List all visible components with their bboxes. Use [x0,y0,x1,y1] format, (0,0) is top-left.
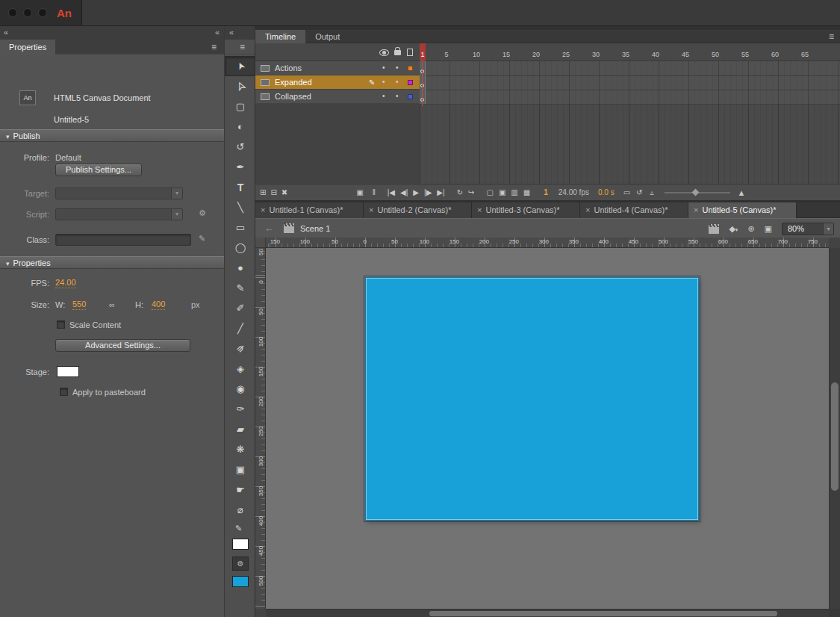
close-tab-icon[interactable]: × [261,205,265,214]
minimize-window-button[interactable] [23,8,32,17]
height-value[interactable]: 400 [152,299,165,310]
stroke-color-swatch[interactable] [232,539,249,550]
edit-class-pencil-icon[interactable]: ✎ [199,234,205,244]
horizontal-scrollbar[interactable] [266,609,829,617]
stage-color-swatch[interactable] [57,366,79,377]
ink-bottle-tool[interactable]: ◉ [225,379,256,399]
layer-visibility-dot[interactable]: • [382,75,385,88]
publish-settings-button[interactable]: Publish Settings... [55,164,142,176]
layer-row-expanded[interactable]: Expanded✎•• [255,75,420,90]
step-forward-icon[interactable]: |▶ [424,188,432,196]
width-tool[interactable]: ╱ [225,318,256,338]
layer-outline-color-chip[interactable] [408,66,413,71]
zoom-tool[interactable]: ⌀ [225,500,256,520]
target-select[interactable]: ▾ [55,187,183,199]
subselection-tool[interactable]: ➤ [225,76,256,96]
camera-icon[interactable]: ▣ [356,188,363,196]
tab-properties[interactable]: Properties [0,40,55,55]
paint-bucket-tool[interactable]: ◈ [225,359,256,379]
document-tab[interactable]: ×Untitled-1 (Canvas)* [255,202,364,218]
empty-keyframe-cell[interactable] [420,61,426,75]
outline-column-icon[interactable] [407,49,413,56]
eraser-tool[interactable]: ▰ [225,419,256,439]
bone-tool[interactable]: ⋔ [225,338,256,359]
timeline-frame-header[interactable]: 15101520253035404550556065 [420,43,840,61]
reset-timer-icon[interactable]: ↺ [636,188,642,196]
pencil-tool[interactable]: ✎ [225,278,256,298]
pen-tool[interactable]: ✒ [225,157,256,177]
layer-lock-dot[interactable]: • [396,61,399,74]
collapse-panel-icon[interactable]: « [229,28,234,37]
rotation-3d-tool[interactable]: ◐ [225,117,256,137]
lock-icon[interactable] [394,48,401,55]
vertical-scrollbar[interactable] [829,248,840,609]
new-folder-icon[interactable]: ⊟ [270,188,276,196]
advanced-settings-button[interactable]: Advanced Settings... [55,339,190,352]
center-stage-icon[interactable]: ⊕ [747,224,754,234]
selection-tool[interactable]: ➤ [225,56,256,76]
new-layer-icon[interactable]: ⊞ [260,188,266,196]
fps-value[interactable]: 24.00 [55,277,76,288]
empty-keyframe-cell[interactable] [420,90,426,104]
oval-tool[interactable]: ◯ [225,238,256,258]
go-first-frame-icon[interactable]: |◀ [388,188,395,196]
zoom-level-select[interactable]: 80% ▾ [782,223,834,235]
edit-symbols-icon[interactable]: ◆▾ [729,224,738,234]
link-width-height-icon[interactable]: ∞ [109,299,115,311]
line-tool[interactable]: ╲ [225,197,256,217]
frame-range-icon[interactable]: ↪ [468,188,474,196]
scene-name[interactable]: Scene 1 [300,219,330,238]
fill-color-swatch[interactable] [232,576,249,587]
panel-menu-icon[interactable]: ≡ [211,42,217,52]
class-input[interactable] [55,234,191,246]
horizontal-scrollbar-thumb[interactable] [429,611,777,616]
layer-visibility-dot[interactable]: • [382,61,385,74]
panel-menu-icon[interactable]: ≡ [240,42,245,52]
camera-tool[interactable]: ▣ [225,459,256,480]
loop-icon[interactable]: ↻ [457,188,463,196]
lasso-tool[interactable]: ↺ [225,137,256,157]
onion-skin-outlines-icon[interactable]: ▣ [499,188,505,196]
panel-menu-icon[interactable]: ≡ [829,31,834,42]
back-arrow-icon[interactable]: ← [264,223,274,234]
close-tab-icon[interactable]: × [477,205,482,214]
empty-keyframe-cell[interactable] [420,75,426,90]
eye-icon[interactable] [379,49,389,56]
edit-scene-icon[interactable] [709,227,719,234]
close-window-button[interactable] [8,8,17,17]
collapse-panel-icon[interactable]: « [215,28,220,37]
document-tab[interactable]: ×Untitled-5 (Canvas)* [688,202,797,218]
delete-layer-icon[interactable]: ✖ [281,188,287,196]
timeline-zoom-thumb[interactable] [691,188,699,196]
layer-outline-color-chip[interactable] [408,80,413,85]
vertical-scrollbar-thumb[interactable] [831,382,839,491]
tab-output[interactable]: Output [305,30,349,43]
frame-rate-display[interactable]: 24.00 fps [559,188,589,196]
step-back-icon[interactable]: ◀| [400,188,408,196]
play-icon[interactable]: ▶ [413,188,419,196]
layer-visibility-dot[interactable]: • [382,90,385,102]
close-tab-icon[interactable]: × [585,205,590,214]
free-transform-tool[interactable]: ▢ [225,96,256,117]
collapse-panel-icon[interactable]: « [4,28,8,37]
rectangle-tool[interactable]: ▭ [225,217,256,238]
layer-lock-dot[interactable]: • [396,90,399,102]
document-tab[interactable]: ×Untitled-3 (Canvas)* [472,202,580,218]
script-select[interactable]: ▾ [55,208,183,220]
close-tab-icon[interactable]: × [694,205,698,214]
small-frame-size-icon[interactable]: ▵ [650,188,654,196]
onion-skin-icon[interactable]: ▢ [486,188,493,196]
layer-row-actions[interactable]: Actions•• [255,61,420,75]
tab-timeline[interactable]: Timeline [255,30,305,43]
script-settings-wrench-icon[interactable]: ⚙ [199,208,206,218]
time-display-icon[interactable]: ▭ [623,188,630,196]
width-value[interactable]: 550 [72,299,86,310]
apply-to-pasteboard-checkbox[interactable] [60,388,68,396]
properties-section-header[interactable]: ▾Properties [0,256,224,269]
edit-multiple-frames-icon[interactable]: ▥ [511,188,517,196]
close-tab-icon[interactable]: × [369,205,373,214]
document-tab[interactable]: ×Untitled-2 (Canvas)* [364,202,472,218]
pasteboard[interactable] [266,248,829,609]
text-tool[interactable]: T [225,177,256,197]
layer-lock-dot[interactable]: • [396,75,399,88]
